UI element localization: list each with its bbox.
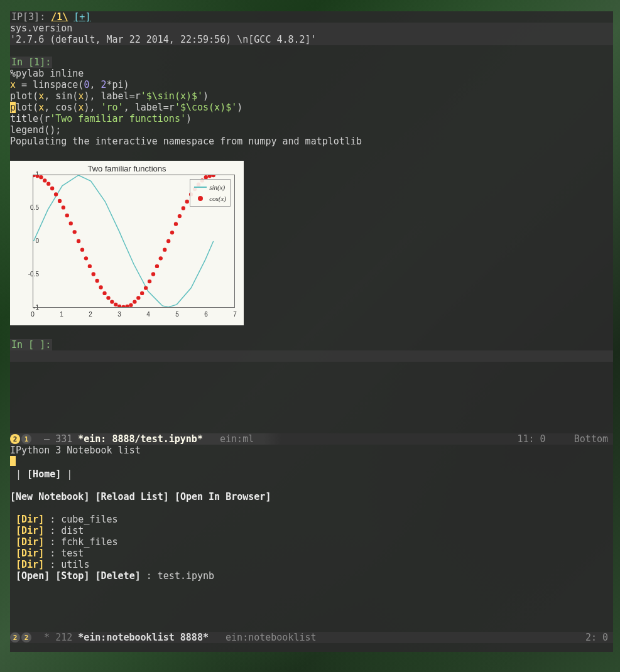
notebooklist-pane[interactable]: IPython 3 Notebook list | [Home] | [New … (10, 445, 613, 632)
svg-point-28 (136, 296, 140, 300)
svg-point-21 (110, 300, 114, 303)
xtick: 4 (146, 309, 150, 320)
svg-point-27 (133, 300, 136, 303)
svg-point-2 (39, 175, 43, 179)
svg-point-15 (88, 264, 92, 268)
xtick: 3 (117, 309, 121, 320)
legend-row-cos: cos(x) (194, 193, 226, 204)
svg-point-9 (65, 214, 69, 217)
tab-active[interactable]: /1\ (51, 11, 68, 23)
xtick: 2 (89, 309, 92, 320)
svg-point-41 (185, 200, 189, 203)
code-line[interactable]: plot(x, cos(x), 'ro', label=r'$\cos(x)$'… (10, 102, 613, 113)
cell-out-3: sys.version '2.7.6 (default, Mar 22 2014… (10, 23, 613, 45)
svg-point-16 (92, 272, 95, 276)
svg-point-29 (140, 291, 144, 295)
svg-point-35 (163, 248, 166, 252)
blank-line (10, 147, 613, 158)
svg-point-12 (77, 239, 80, 243)
file-row: [Open] [Stop] [Delete] : test.ipynb (10, 570, 613, 582)
minibuffer[interactable] (10, 643, 613, 652)
modeline-badge: 1 (21, 434, 31, 444)
svg-point-11 (73, 230, 77, 234)
svg-point-7 (58, 199, 62, 203)
modeline-badge: 2 (10, 434, 20, 444)
cell-empty-body[interactable] (10, 350, 613, 362)
xtick: 1 (60, 309, 63, 320)
svg-point-3 (43, 178, 46, 182)
xtick: 7 (233, 309, 237, 320)
cell-in-1: In [1]: (10, 57, 613, 68)
new-notebook-button[interactable]: [New Notebook] (10, 491, 89, 502)
dir-row: [Dir] : fchk_files (10, 536, 613, 548)
output-text: '2.7.6 (default, Mar 22 2014, 22:59:56) … (10, 34, 613, 45)
legend-row-sin: sin(x) (194, 182, 226, 193)
tab-bar: IP[3]: /1\ [+] (10, 11, 613, 23)
cell-prompt: In [1]: (10, 57, 52, 68)
dir-link[interactable]: [Dir] (16, 548, 44, 559)
dir-link[interactable]: [Dir] (16, 536, 44, 548)
text-cursor: p (10, 102, 16, 113)
svg-point-14 (84, 256, 88, 260)
legend-label: sin(x) (209, 182, 225, 193)
sin-line (34, 175, 214, 307)
svg-point-22 (114, 303, 117, 306)
svg-point-25 (125, 305, 129, 307)
svg-point-1 (35, 175, 39, 178)
legend-line-icon (194, 187, 207, 188)
output-text: sys.version (10, 23, 613, 34)
legend: sin(x) cos(x) (190, 179, 231, 207)
reload-list-button[interactable]: [Reload List] (95, 491, 168, 502)
chart-output: Two familiar functions 1 0.5 0 -0.5 -1 0… (10, 161, 244, 325)
cell-stdout: Populating the interactive namespace fro… (10, 136, 613, 147)
modeline-right: 11: 0 Bottom (518, 433, 609, 445)
chart-plot-area: sin(x) cos(x) (33, 175, 235, 308)
cos-dots (33, 175, 215, 307)
svg-point-31 (148, 279, 151, 283)
svg-point-39 (178, 214, 182, 218)
svg-point-23 (117, 305, 121, 307)
svg-point-32 (151, 272, 155, 276)
chart-title: Two familiar functions (10, 163, 244, 175)
modeline-buffer: *ein:notebooklist 8888* (78, 632, 209, 643)
dir-link[interactable]: [Dir] (16, 514, 44, 525)
modeline-badge: 2 (10, 632, 20, 642)
code-line[interactable]: legend(); (10, 124, 613, 136)
svg-point-33 (155, 264, 159, 268)
home-link[interactable]: [Home] (27, 469, 61, 480)
legend-label: cos(x) (209, 193, 226, 204)
svg-point-17 (95, 279, 99, 283)
breadcrumb: | [Home] | (10, 469, 613, 480)
modeline-top: 21 — 331 *ein: 8888/test.ipynb* ein:ml 1… (10, 433, 613, 445)
blank-line (10, 480, 613, 491)
open-button[interactable]: [Open] (16, 570, 50, 582)
modeline-bottom: 22 * 212 *ein:notebooklist 8888* ein:not… (10, 632, 613, 643)
code-line[interactable]: title(r'Two familiar functions') (10, 113, 613, 124)
cursor-line (10, 456, 613, 469)
svg-point-24 (121, 305, 125, 307)
code-line[interactable]: x = linspace(0, 2*pi) (10, 79, 613, 90)
blank-line (10, 328, 613, 339)
open-in-browser-button[interactable]: [Open In Browser] (175, 491, 271, 502)
modeline-mode: ein:notebooklist (226, 632, 317, 643)
notebooklist-title: IPython 3 Notebook list (10, 445, 613, 456)
code-line[interactable]: %pylab inline (10, 68, 613, 79)
tab-new[interactable]: [+] (73, 11, 90, 23)
svg-point-30 (144, 286, 148, 290)
svg-point-10 (69, 222, 73, 225)
dir-link[interactable]: [Dir] (16, 559, 44, 570)
blank-line (10, 45, 613, 57)
svg-point-8 (62, 205, 65, 209)
svg-point-26 (129, 303, 133, 307)
blank-line (10, 502, 613, 514)
svg-point-13 (80, 248, 84, 252)
dir-link[interactable]: [Dir] (16, 525, 44, 536)
cell-prompt: In [ ]: (10, 339, 52, 350)
notebook-pane[interactable]: sys.version '2.7.6 (default, Mar 22 2014… (10, 23, 613, 433)
modeline-mode: ein:ml (220, 433, 254, 445)
svg-point-36 (166, 239, 170, 243)
delete-button[interactable]: [Delete] (95, 570, 140, 582)
stop-button[interactable]: [Stop] (55, 570, 89, 582)
code-line[interactable]: plot(x, sin(x), label=r'$\sin(x)$') (10, 90, 613, 102)
svg-point-6 (54, 192, 58, 196)
